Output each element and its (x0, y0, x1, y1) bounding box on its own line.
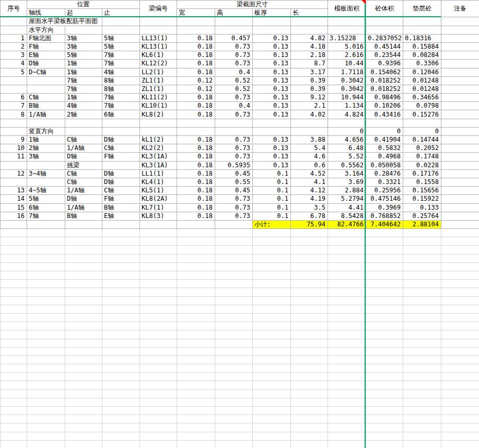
cell[interactable] (65, 246, 102, 254)
cell[interactable]: 2.884 (328, 187, 366, 195)
cell[interactable]: 0.15276 (403, 110, 441, 119)
cell[interactable] (177, 229, 215, 237)
cell[interactable]: 7轴 (102, 60, 140, 68)
cell[interactable] (441, 246, 479, 254)
cell[interactable] (441, 432, 479, 440)
cell[interactable] (177, 389, 215, 398)
cell[interactable]: 0.13 (253, 153, 291, 161)
cell[interactable] (215, 339, 253, 347)
cell[interactable] (215, 229, 253, 237)
cell[interactable] (291, 271, 328, 280)
cell[interactable] (441, 136, 479, 144)
cell[interactable] (328, 415, 366, 423)
cell[interactable] (215, 313, 253, 321)
cell[interactable] (291, 364, 328, 373)
cell[interactable] (253, 407, 291, 415)
cell[interactable]: 0.12 (177, 85, 215, 93)
cell[interactable] (215, 373, 253, 381)
cell[interactable] (441, 415, 479, 423)
cell[interactable]: 0.13 (253, 85, 291, 93)
cell[interactable] (140, 288, 177, 296)
cell[interactable] (65, 229, 102, 237)
cell[interactable] (1, 271, 27, 280)
cell[interactable] (403, 280, 441, 288)
cell[interactable] (328, 305, 366, 313)
cell[interactable]: 0.18316 (403, 34, 441, 42)
cell[interactable] (140, 280, 177, 288)
cell[interactable] (441, 305, 479, 313)
cell[interactable]: 0.154062 (366, 68, 403, 76)
cell[interactable] (441, 398, 479, 406)
cell[interactable] (215, 432, 253, 440)
cell[interactable] (441, 195, 479, 203)
cell[interactable] (328, 423, 366, 432)
cell[interactable]: 4.656 (328, 136, 366, 144)
cell[interactable] (177, 280, 215, 288)
cell[interactable] (403, 254, 441, 262)
cell[interactable] (441, 330, 479, 339)
cell[interactable]: 0.13 (253, 102, 291, 110)
cell[interactable]: 0.3042 (328, 76, 366, 85)
cell[interactable] (215, 305, 253, 313)
cell[interactable] (291, 355, 328, 364)
cell[interactable] (403, 440, 441, 448)
cell[interactable]: 8轴 (102, 85, 140, 93)
col-header-width[interactable]: 宽 (177, 9, 215, 17)
cell[interactable]: KL2(2) (140, 144, 177, 153)
cell[interactable] (328, 271, 366, 280)
cell[interactable] (403, 17, 441, 26)
cell[interactable] (366, 313, 403, 321)
cell[interactable] (177, 288, 215, 296)
cell[interactable] (253, 280, 291, 288)
cell[interactable]: 4.18 (291, 42, 328, 51)
cell[interactable]: 4.52 (291, 169, 328, 178)
cell[interactable] (1, 280, 27, 288)
cell[interactable]: KL8(2A) (140, 195, 177, 203)
cell[interactable] (140, 407, 177, 415)
cell[interactable]: D~C轴 (27, 68, 65, 76)
cell[interactable] (102, 17, 140, 26)
cell[interactable] (177, 381, 215, 389)
cell[interactable] (27, 407, 65, 415)
cell[interactable] (291, 296, 328, 305)
cell[interactable] (102, 398, 140, 406)
cell[interactable]: 0.43416 (366, 110, 403, 119)
cell[interactable] (328, 364, 366, 373)
cell[interactable] (328, 347, 366, 355)
cell[interactable] (403, 26, 441, 34)
cell[interactable]: KL3(1A) (140, 161, 177, 169)
col-header-plate-thickness[interactable]: 板厚 (253, 9, 291, 17)
cell[interactable] (27, 305, 65, 313)
cell[interactable] (328, 288, 366, 296)
cell[interactable] (1, 364, 27, 373)
cell[interactable] (328, 229, 366, 237)
cell[interactable] (441, 262, 479, 271)
cell[interactable] (328, 17, 366, 26)
cell[interactable] (1, 229, 27, 237)
cell[interactable] (253, 322, 291, 330)
cell[interactable] (441, 347, 479, 355)
cell[interactable] (215, 415, 253, 423)
cell[interactable] (65, 381, 102, 389)
cell[interactable]: 0.1 (253, 187, 291, 195)
cell[interactable]: 竖直方向 (27, 127, 65, 135)
cell[interactable] (403, 271, 441, 280)
cell[interactable] (1, 305, 27, 313)
cell[interactable] (177, 440, 215, 448)
cell[interactable] (441, 296, 479, 305)
cell[interactable] (140, 330, 177, 339)
cell[interactable]: 82.4766 (328, 220, 366, 228)
cell[interactable] (291, 262, 328, 271)
cell[interactable]: 8.5428 (328, 212, 366, 220)
cell[interactable] (291, 339, 328, 347)
cell[interactable] (253, 423, 291, 432)
cell[interactable]: 0.28476 (366, 169, 403, 178)
cell[interactable] (253, 330, 291, 339)
cell[interactable] (27, 440, 65, 448)
cell[interactable]: 0.39 (291, 85, 328, 93)
cell[interactable] (253, 305, 291, 313)
cell[interactable] (215, 440, 253, 448)
cell[interactable]: 3轴 (27, 153, 65, 161)
cell[interactable]: 0.13 (253, 42, 291, 51)
cell[interactable] (366, 407, 403, 415)
